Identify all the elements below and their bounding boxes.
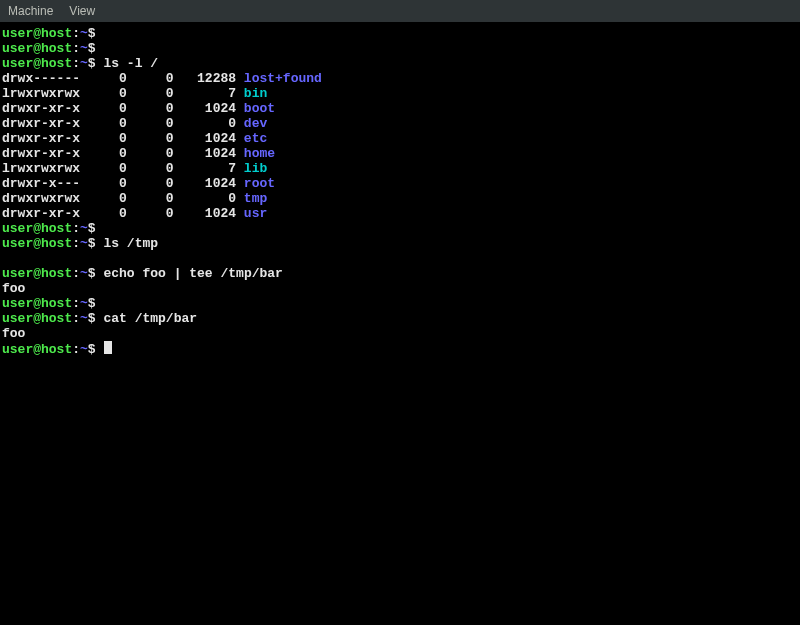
prompt-path: ~ xyxy=(80,221,88,236)
prompt-path: ~ xyxy=(80,236,88,251)
ls-columns: lrwxrwxrwx 0 0 7 xyxy=(2,86,244,101)
terminal-line: foo xyxy=(2,281,798,296)
terminal-line: drwxr-x--- 0 0 1024 root xyxy=(2,176,798,191)
prompt-symbol: $ xyxy=(88,56,104,71)
menu-bar: Machine View xyxy=(0,0,800,22)
command-text: ls /tmp xyxy=(103,236,158,251)
prompt-symbol: $ xyxy=(88,311,104,326)
prompt-sep: : xyxy=(72,26,80,41)
terminal-line: user@host:~$ cat /tmp/bar xyxy=(2,311,798,326)
cursor xyxy=(104,341,112,354)
prompt-symbol: $ xyxy=(88,41,104,56)
ls-name: lib xyxy=(244,161,267,176)
prompt-user-host: user@host xyxy=(2,56,72,71)
prompt-user-host: user@host xyxy=(2,296,72,311)
prompt-sep: : xyxy=(72,296,80,311)
ls-columns: drwxr-xr-x 0 0 1024 xyxy=(2,101,244,116)
prompt-symbol: $ xyxy=(88,221,104,236)
ls-name: boot xyxy=(244,101,275,116)
ls-name: root xyxy=(244,176,275,191)
command-text: ls -l / xyxy=(103,56,158,71)
ls-name: lost+found xyxy=(244,71,322,86)
prompt-symbol: $ xyxy=(88,296,104,311)
prompt-path: ~ xyxy=(80,296,88,311)
terminal-line: drwxr-xr-x 0 0 0 dev xyxy=(2,116,798,131)
terminal-line: user@host:~$ ls /tmp xyxy=(2,236,798,251)
terminal-area[interactable]: user@host:~$ user@host:~$ user@host:~$ l… xyxy=(0,22,800,357)
prompt-sep: : xyxy=(72,41,80,56)
ls-columns: drwxrwxrwx 0 0 0 xyxy=(2,191,244,206)
terminal-line: drwx------ 0 0 12288 lost+found xyxy=(2,71,798,86)
terminal-line: drwxr-xr-x 0 0 1024 home xyxy=(2,146,798,161)
ls-name: usr xyxy=(244,206,267,221)
prompt-path: ~ xyxy=(80,266,88,281)
prompt-path: ~ xyxy=(80,41,88,56)
terminal-line: drwxr-xr-x 0 0 1024 usr xyxy=(2,206,798,221)
terminal-line: drwxr-xr-x 0 0 1024 boot xyxy=(2,101,798,116)
prompt-sep: : xyxy=(72,311,80,326)
ls-name: home xyxy=(244,146,275,161)
prompt-path: ~ xyxy=(80,26,88,41)
terminal-line: lrwxrwxrwx 0 0 7 bin xyxy=(2,86,798,101)
terminal-line: user@host:~$ ls -l / xyxy=(2,56,798,71)
prompt-user-host: user@host xyxy=(2,26,72,41)
ls-columns: drwxr-xr-x 0 0 1024 xyxy=(2,131,244,146)
prompt-user-host: user@host xyxy=(2,266,72,281)
output-text: foo xyxy=(2,326,25,341)
ls-columns: drwxr-xr-x 0 0 0 xyxy=(2,116,244,131)
menu-machine[interactable]: Machine xyxy=(8,4,53,19)
ls-name: etc xyxy=(244,131,267,146)
ls-columns: drwx------ 0 0 12288 xyxy=(2,71,244,86)
command-text: cat /tmp/bar xyxy=(103,311,197,326)
command-text: echo foo | tee /tmp/bar xyxy=(103,266,282,281)
prompt-user-host: user@host xyxy=(2,311,72,326)
terminal-line: user@host:~$ xyxy=(2,221,798,236)
prompt-user-host: user@host xyxy=(2,221,72,236)
ls-name: tmp xyxy=(244,191,267,206)
prompt-symbol: $ xyxy=(88,236,104,251)
ls-name: dev xyxy=(244,116,267,131)
prompt-path: ~ xyxy=(80,311,88,326)
output-text: foo xyxy=(2,281,25,296)
ls-columns: drwxr-x--- 0 0 1024 xyxy=(2,176,244,191)
terminal-line: user@host:~$ xyxy=(2,26,798,41)
terminal-line: user@host:~$ xyxy=(2,296,798,311)
terminal-line: drwxr-xr-x 0 0 1024 etc xyxy=(2,131,798,146)
prompt-symbol: $ xyxy=(88,26,104,41)
ls-name: bin xyxy=(244,86,267,101)
prompt-path: ~ xyxy=(80,56,88,71)
prompt-path: ~ xyxy=(80,342,88,357)
ls-columns: lrwxrwxrwx 0 0 7 xyxy=(2,161,244,176)
terminal-line: lrwxrwxrwx 0 0 7 lib xyxy=(2,161,798,176)
prompt-sep: : xyxy=(72,56,80,71)
menu-view[interactable]: View xyxy=(69,4,95,19)
prompt-user-host: user@host xyxy=(2,342,72,357)
prompt-sep: : xyxy=(72,342,80,357)
terminal-line: drwxrwxrwx 0 0 0 tmp xyxy=(2,191,798,206)
terminal-line: foo xyxy=(2,326,798,341)
prompt-sep: : xyxy=(72,266,80,281)
terminal-line: user@host:~$ xyxy=(2,41,798,56)
ls-columns: drwxr-xr-x 0 0 1024 xyxy=(2,206,244,221)
prompt-symbol: $ xyxy=(88,342,104,357)
prompt-sep: : xyxy=(72,221,80,236)
prompt-user-host: user@host xyxy=(2,41,72,56)
prompt-sep: : xyxy=(72,236,80,251)
terminal-line xyxy=(2,251,798,266)
terminal-line: user@host:~$ echo foo | tee /tmp/bar xyxy=(2,266,798,281)
ls-columns: drwxr-xr-x 0 0 1024 xyxy=(2,146,244,161)
prompt-symbol: $ xyxy=(88,266,104,281)
prompt-user-host: user@host xyxy=(2,236,72,251)
terminal-line: user@host:~$ xyxy=(2,341,798,357)
